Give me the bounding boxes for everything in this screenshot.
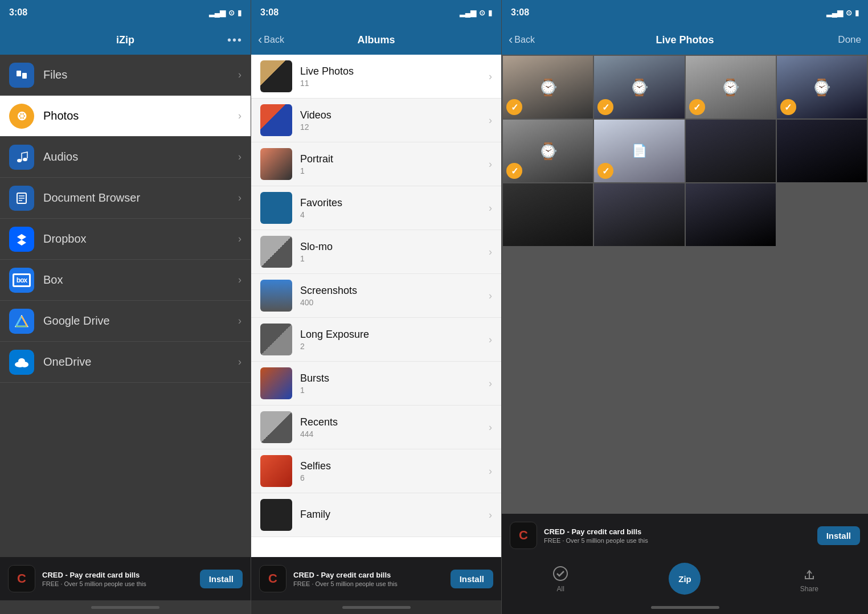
album-item-selfies[interactable]: Selfies 6 › <box>251 449 501 493</box>
battery-icon-2: ▮ <box>488 9 492 17</box>
toolbar-all[interactable]: All <box>551 564 570 593</box>
photo-cell-3[interactable]: ⌚ ✓ <box>686 56 776 118</box>
share-icon <box>800 564 818 583</box>
album-count-longexposure: 2 <box>300 342 489 351</box>
wifi-icon-2: ⊙ <box>479 9 485 17</box>
menu-item-audios[interactable]: Audios › <box>0 137 251 178</box>
album-item-longexposure[interactable]: Long Exposure 2 › <box>251 318 501 362</box>
status-bar-3: 3:08 ▂▄▆ ⊙ ▮ <box>502 0 868 25</box>
more-button[interactable]: ••• <box>227 34 243 47</box>
svg-point-2 <box>17 159 22 162</box>
toolbar-zip[interactable]: Zip <box>669 563 701 595</box>
album-info-family: Family <box>300 509 489 522</box>
zip-icon: Zip <box>669 563 701 595</box>
ad-banner-2: C CRED - Pay credit card bills FREE · Ov… <box>251 557 501 600</box>
album-name-bursts: Bursts <box>300 373 489 384</box>
ad-sub-3: FREE · Over 5 million people use this <box>544 537 810 544</box>
nav-bar-1: iZip ••• <box>0 25 251 55</box>
toolbar-share[interactable]: Share <box>800 564 818 593</box>
svg-rect-0 <box>17 71 21 76</box>
menu-item-onedrive[interactable]: OneDrive › <box>0 342 251 383</box>
time-2: 3:08 <box>260 7 279 18</box>
nav-bar-2: Back Albums <box>251 25 501 55</box>
audios-icon <box>9 145 34 170</box>
panel-albums: 3:08 ▂▄▆ ⊙ ▮ Back Albums Live Photos 11 … <box>251 0 501 614</box>
box-icon: box <box>9 268 34 293</box>
menu-item-box[interactable]: box Box › <box>0 260 251 301</box>
home-bar-2 <box>342 606 411 609</box>
album-item-recents[interactable]: Recents 444 › <box>251 406 501 449</box>
ad-icon-3: C <box>510 522 537 549</box>
ad-text-1: CRED - Pay credit card bills FREE · Over… <box>42 571 193 587</box>
time-3: 3:08 <box>511 7 529 18</box>
ad-text-3: CRED - Pay credit card bills FREE · Over… <box>544 527 810 544</box>
done-button[interactable]: Done <box>838 34 861 46</box>
album-count-portrait: 1 <box>300 166 489 175</box>
menu-item-dropbox[interactable]: Dropbox › <box>0 219 251 260</box>
album-thumb-selfies <box>260 455 292 487</box>
status-icons-1: ▂▄▆ ⊙ ▮ <box>209 9 241 17</box>
albums-title: Albums <box>357 34 395 46</box>
album-info-livephotos: Live Photos 11 <box>300 66 489 88</box>
status-bar-2: 3:08 ▂▄▆ ⊙ ▮ <box>251 0 501 25</box>
all-label: All <box>556 585 564 593</box>
battery-icon: ▮ <box>238 9 241 17</box>
photo-cell-8[interactable] <box>777 120 867 182</box>
album-thumb-livephotos <box>260 60 292 92</box>
files-label: Files <box>43 68 238 81</box>
album-item-videos[interactable]: Videos 12 › <box>251 99 501 142</box>
ad-install-btn-3[interactable]: Install <box>817 526 860 545</box>
album-info-favorites: Favorites 4 <box>300 197 489 219</box>
album-item-screenshots[interactable]: Screenshots 400 › <box>251 274 501 318</box>
album-name-screenshots: Screenshots <box>300 285 489 297</box>
panel-main: 3:08 ▂▄▆ ⊙ ▮ iZip ••• Files › ⊛ Photos › <box>0 0 251 614</box>
menu-item-files[interactable]: Files › <box>0 55 251 96</box>
album-item-family[interactable]: Family › <box>251 493 501 537</box>
album-count-videos: 12 <box>300 122 489 132</box>
photo-cell-5[interactable]: ⌚ ✓ <box>503 120 593 182</box>
album-chevron-portrait: › <box>489 158 492 170</box>
back-label-3: Back <box>514 35 535 45</box>
onedrive-chevron: › <box>238 356 241 368</box>
menu-item-photos[interactable]: ⊛ Photos › <box>0 96 251 137</box>
wifi-icon-3: ⊙ <box>846 9 852 17</box>
photos-label: Photos <box>43 109 238 122</box>
back-button-2[interactable]: Back <box>258 32 284 47</box>
album-chevron-recents: › <box>489 421 492 433</box>
album-count-selfies: 6 <box>300 473 489 482</box>
svg-line-11 <box>16 316 22 326</box>
photo-cell-2[interactable]: ⌚ ✓ <box>594 56 684 118</box>
photo-check-5: ✓ <box>506 163 522 179</box>
status-icons-2: ▂▄▆ ⊙ ▮ <box>460 9 492 17</box>
audios-label: Audios <box>43 150 238 163</box>
album-item-livephotos[interactable]: Live Photos 11 › <box>251 55 501 99</box>
svg-rect-1 <box>22 73 27 79</box>
photo-cell-11[interactable] <box>686 183 776 246</box>
photo-cell-10[interactable] <box>594 183 684 246</box>
photo-cell-9[interactable] <box>503 183 593 246</box>
menu-item-docbrowser[interactable]: Document Browser › <box>0 178 251 219</box>
menu-item-gdrive[interactable]: Google Drive › <box>0 301 251 342</box>
all-icon <box>551 564 570 583</box>
album-item-bursts[interactable]: Bursts 1 › <box>251 362 501 406</box>
photo-cell-7[interactable] <box>686 120 776 182</box>
album-item-slomo[interactable]: Slo-mo 1 › <box>251 230 501 274</box>
album-item-portrait[interactable]: Portrait 1 › <box>251 142 501 186</box>
home-bar-1 <box>91 606 159 609</box>
photo-cell-6[interactable]: 📄 ✓ <box>594 120 684 182</box>
album-item-favorites[interactable]: Favorites 4 › <box>251 186 501 230</box>
album-info-bursts: Bursts 1 <box>300 373 489 395</box>
ad-sub-2: FREE · Over 5 million people use this <box>293 580 444 587</box>
menu-list: Files › ⊛ Photos › Audios › <box>0 55 251 557</box>
album-chevron-family: › <box>489 509 492 521</box>
photo-cell-4[interactable]: ⌚ ✓ <box>777 56 867 118</box>
photo-cell-1[interactable]: ⌚ ✓ <box>503 56 593 118</box>
ad-install-btn-2[interactable]: Install <box>451 570 493 588</box>
back-button-3[interactable]: Back <box>509 32 535 47</box>
album-thumb-screenshots <box>260 280 292 312</box>
ad-install-btn-1[interactable]: Install <box>200 570 243 588</box>
ad-title-1: CRED - Pay credit card bills <box>42 571 193 579</box>
home-bar-3 <box>651 606 719 609</box>
album-info-longexposure: Long Exposure 2 <box>300 329 489 351</box>
album-count-slomo: 1 <box>300 254 489 263</box>
